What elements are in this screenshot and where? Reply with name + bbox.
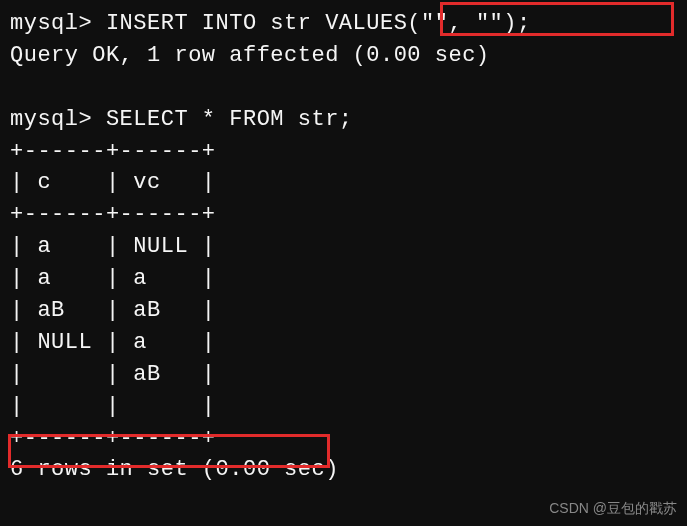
table-border-bottom: +------+------+ <box>10 423 677 455</box>
table-border-mid: +------+------+ <box>10 199 677 231</box>
insert-statement-line: mysql> INSERT INTO str VALUES("", ""); <box>10 8 677 40</box>
blank-line <box>10 72 677 104</box>
table-header: | c | vc | <box>10 167 677 199</box>
insert-response: Query OK, 1 row affected (0.00 sec) <box>10 40 677 72</box>
table-row: | a | a | <box>10 263 677 295</box>
table-row: | a | NULL | <box>10 231 677 263</box>
mysql-prompt: mysql> <box>10 107 92 132</box>
watermark-text: CSDN @豆包的戳苏 <box>549 498 677 518</box>
mysql-prompt: mysql> <box>10 11 92 36</box>
table-row: | NULL | a | <box>10 327 677 359</box>
table-row: | | | <box>10 391 677 423</box>
insert-statement: INSERT INTO str VALUES("", ""); <box>106 11 531 36</box>
select-response: 6 rows in set (0.00 sec) <box>10 454 677 486</box>
table-border-top: +------+------+ <box>10 136 677 168</box>
table-row: | | aB | <box>10 359 677 391</box>
select-statement-line: mysql> SELECT * FROM str; <box>10 104 677 136</box>
table-row: | aB | aB | <box>10 295 677 327</box>
select-statement: SELECT * FROM str; <box>106 107 353 132</box>
